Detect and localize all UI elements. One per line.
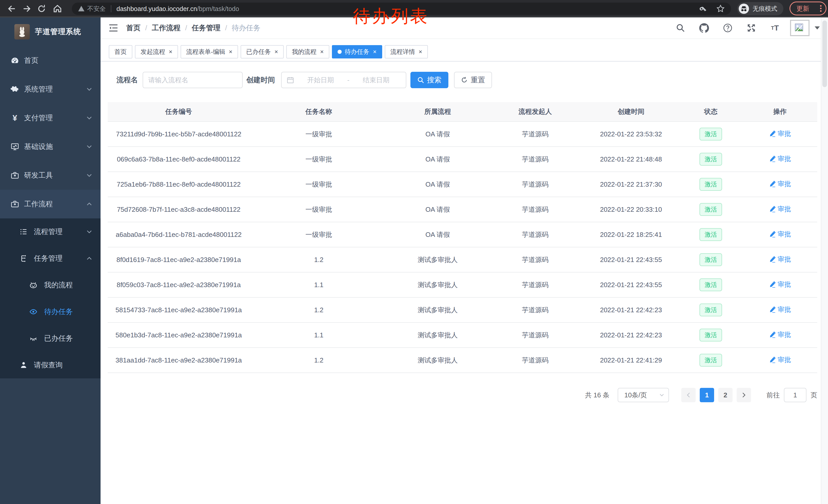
content: 流程名 请输入流程名 创建时间 开始日期 - 结束日期 搜索 重置 <box>100 61 828 504</box>
next-page-button[interactable] <box>737 388 751 402</box>
approve-link[interactable]: 审批 <box>769 154 791 163</box>
approve-label: 审批 <box>778 355 791 364</box>
tab-已办任务[interactable]: 已办任务× <box>241 45 284 58</box>
tab-待办任务[interactable]: 待办任务× <box>332 45 382 58</box>
approve-link[interactable]: 审批 <box>769 305 791 314</box>
scrollbar-thumb[interactable] <box>822 20 827 87</box>
sidebar-item-label: 任务管理 <box>34 254 63 263</box>
cell-status: 激活 <box>679 172 743 197</box>
sidebar-item-workflow[interactable]: 工作流程 <box>0 190 100 218</box>
status-badge: 激活 <box>700 203 722 216</box>
sidebar-item-home[interactable]: 首页 <box>0 46 100 75</box>
update-button[interactable]: 更新 <box>790 2 826 15</box>
breadcrumb-separator: / <box>185 24 187 32</box>
help-icon[interactable] <box>723 23 733 33</box>
font-size-icon[interactable]: TT <box>770 23 780 33</box>
close-icon[interactable]: × <box>419 49 422 55</box>
approve-link[interactable]: 审批 <box>769 280 791 289</box>
page-size-select[interactable]: 10条/页 <box>618 388 669 402</box>
breadcrumb-separator: / <box>225 24 227 32</box>
approve-link[interactable]: 审批 <box>769 255 791 264</box>
approve-label: 审批 <box>778 280 791 289</box>
pagination: 共 16 条 10条/页 12 前往 1 页 <box>108 388 817 402</box>
app-logo-row[interactable]: 芋道管理系统 <box>0 17 100 46</box>
sidebar-item-leave-query[interactable]: 请假查询 <box>0 352 100 378</box>
sidebar-item-payment[interactable]: ¥ 支付管理 <box>0 103 100 132</box>
process-name-input[interactable]: 请输入流程名 <box>142 72 243 88</box>
password-key-icon[interactable] <box>699 5 707 13</box>
goto-label: 前往 <box>767 391 780 400</box>
date-range-input[interactable]: 开始日期 - 结束日期 <box>281 72 406 88</box>
search-button[interactable]: 搜索 <box>410 72 448 88</box>
dashboard-icon <box>10 56 19 65</box>
prev-page-button[interactable] <box>681 388 696 402</box>
fullscreen-icon[interactable] <box>746 23 756 33</box>
tab-发起流程[interactable]: 发起流程× <box>135 45 178 58</box>
avatar-dropdown-icon[interactable] <box>815 27 820 30</box>
tab-流程表单-编辑[interactable]: 流程表单-编辑× <box>180 45 238 58</box>
chevron-down-icon <box>659 393 664 398</box>
chevron-down-icon <box>86 172 92 178</box>
approve-link[interactable]: 审批 <box>769 129 791 138</box>
github-icon[interactable] <box>699 23 709 33</box>
close-icon[interactable]: × <box>275 49 278 55</box>
column-header: 任务编号 <box>108 102 250 122</box>
browser-scrollbar[interactable] <box>821 17 828 504</box>
tab-流程详情[interactable]: 流程详情× <box>385 45 428 58</box>
back-icon[interactable] <box>7 4 16 13</box>
sidebar-item-system[interactable]: 系统管理 <box>0 75 100 103</box>
reset-button[interactable]: 重置 <box>454 72 492 88</box>
sidebar-item-todo-tasks[interactable]: 待办任务 <box>0 299 100 325</box>
page-button-1[interactable]: 1 <box>700 388 714 402</box>
approve-link[interactable]: 审批 <box>769 355 791 364</box>
breadcrumb-item[interactable]: 首页 <box>126 23 140 33</box>
table-row: 75d72608-7b7f-11ec-a3c8-acde48001122一级审批… <box>108 197 817 222</box>
cell-status: 激活 <box>679 147 743 172</box>
cell-id: 8f059c03-7ac8-11ec-a9e2-a2380e71991a <box>108 272 250 297</box>
search-icon[interactable] <box>676 23 686 33</box>
cell-process: 测试多审批人 <box>388 272 487 297</box>
sidebar-collapse-icon[interactable] <box>109 24 118 32</box>
cell-name: 一级审批 <box>250 172 388 197</box>
cell-action: 审批 <box>743 322 817 348</box>
close-icon[interactable]: × <box>169 49 172 55</box>
cell-action: 审批 <box>743 172 817 197</box>
sidebar-item-label: 请假查询 <box>34 360 63 370</box>
approve-link[interactable]: 审批 <box>769 230 791 239</box>
breadcrumb-item[interactable]: 任务管理 <box>192 23 220 33</box>
home-icon[interactable] <box>53 4 62 13</box>
bookmark-star-icon[interactable] <box>716 4 725 13</box>
sidebar-item-devtools[interactable]: 研发工具 <box>0 161 100 190</box>
forward-icon[interactable] <box>22 4 31 13</box>
sidebar-item-done-tasks[interactable]: 已办任务 <box>0 325 100 352</box>
cell-name: 一级审批 <box>250 147 388 172</box>
sidebar-item-task-mgmt[interactable]: 任务管理 <box>0 245 100 272</box>
edit-pencil-icon <box>769 331 776 338</box>
approve-link[interactable]: 审批 <box>769 179 791 188</box>
chevron-down-icon <box>86 86 92 92</box>
app-title: 芋道管理系统 <box>35 27 81 37</box>
security-status[interactable]: 不安全 <box>78 5 106 13</box>
tab-首页[interactable]: 首页 <box>109 45 132 58</box>
approve-link[interactable]: 审批 <box>769 204 791 214</box>
reload-icon[interactable] <box>37 4 46 13</box>
browser-menu-icon[interactable] <box>820 5 822 12</box>
goto-page-input[interactable]: 1 <box>784 388 806 402</box>
sidebar-item-infrastructure[interactable]: 基础设施 <box>0 132 100 161</box>
page-button-2[interactable]: 2 <box>718 388 733 402</box>
avatar[interactable] <box>790 20 810 36</box>
cell-status: 激活 <box>679 197 743 222</box>
tab-label: 流程详情 <box>390 48 415 56</box>
cell-initiator: 芋道源码 <box>487 147 583 172</box>
tab-我的流程[interactable]: 我的流程× <box>286 45 329 58</box>
breadcrumb-item[interactable]: 工作流程 <box>152 23 180 33</box>
close-icon[interactable]: × <box>320 49 324 55</box>
sidebar-item-my-process[interactable]: 我的流程 <box>0 272 100 299</box>
url-path: /bpm/task/todo <box>197 5 239 12</box>
eye-icon <box>29 308 37 316</box>
sidebar-item-process-mgmt[interactable]: 流程管理 <box>0 218 100 245</box>
close-icon[interactable]: × <box>229 49 233 55</box>
cell-time: 2022-01-21 22:42:23 <box>583 297 679 322</box>
close-icon[interactable]: × <box>373 49 377 55</box>
approve-link[interactable]: 审批 <box>769 330 791 339</box>
